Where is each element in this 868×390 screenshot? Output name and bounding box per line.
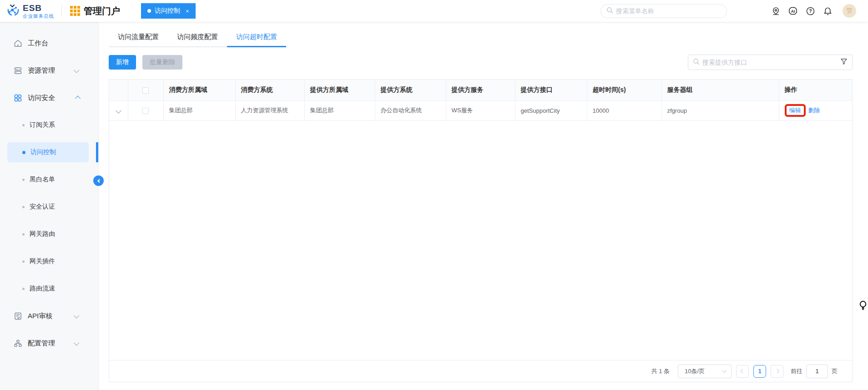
sidebar-subitem-subscription[interactable]: 订阅关系 bbox=[7, 115, 89, 135]
col-provider-interface: 提供方接口 bbox=[515, 80, 587, 100]
tab-label: 访问控制 bbox=[155, 7, 180, 15]
page-size-select[interactable]: 10条/页 bbox=[678, 365, 732, 378]
col-timeout: 超时时间(s) bbox=[587, 80, 661, 100]
sidebar-subitem-security-auth[interactable]: 安全认证 bbox=[7, 197, 89, 217]
bullet-icon bbox=[22, 179, 25, 181]
table-header-row: 消费方所属域 消费方系统 提供方所属域 提供方系统 提供方服务 提供方接口 超时… bbox=[109, 80, 852, 100]
table-empty-area bbox=[109, 121, 852, 360]
sidebar-nav: 工作台 资源管理 bbox=[0, 22, 99, 390]
tab-label: 访问流量配置 bbox=[118, 33, 159, 40]
annotation-highlight-box: 编辑 bbox=[785, 104, 806, 117]
cell-actions: 编辑删除 bbox=[779, 100, 852, 120]
sidebar-item-config-mgmt[interactable]: 配置管理 bbox=[0, 333, 98, 353]
provider-interface-search-box[interactable] bbox=[688, 55, 853, 70]
sidebar-item-label: 访问控制 bbox=[30, 148, 56, 156]
portal-title-block: 管理门户 bbox=[70, 5, 120, 17]
sidebar-subitem-gateway-route[interactable]: 网关路由 bbox=[7, 224, 89, 244]
sidebar-item-label: 工作台 bbox=[28, 39, 48, 48]
col-consumer-domain: 消费方所属域 bbox=[163, 80, 235, 100]
row-checkbox[interactable] bbox=[142, 108, 149, 114]
lightbulb-icon[interactable] bbox=[859, 300, 867, 314]
sidebar-subitem-blackwhite-list[interactable]: 黑白名单 bbox=[7, 170, 89, 190]
sidebar-item-label: 访问安全 bbox=[28, 94, 55, 102]
expand-row-icon[interactable] bbox=[116, 108, 121, 114]
search-icon bbox=[693, 58, 700, 67]
prev-page-button[interactable] bbox=[736, 365, 749, 378]
page-size-value: 10条/页 bbox=[685, 367, 705, 375]
add-button[interactable]: 新增 bbox=[109, 55, 136, 70]
chevron-up-icon bbox=[75, 95, 81, 101]
tab-timeout-config[interactable]: 访问超时配置 bbox=[227, 28, 286, 46]
sidebar-item-access-security[interactable]: 访问安全 bbox=[0, 88, 98, 108]
header-icon-group: AI ? bbox=[771, 6, 833, 16]
bullet-icon bbox=[22, 151, 25, 154]
tab-frequency-config[interactable]: 访问频度配置 bbox=[168, 28, 227, 46]
cell-consumer-system: 人力资源管理系统 bbox=[235, 100, 304, 120]
goto-page-input[interactable] bbox=[806, 365, 828, 378]
sidebar-subitem-route-speed[interactable]: 路由流速 bbox=[7, 279, 89, 299]
chevron-right-icon bbox=[775, 369, 779, 374]
filter-icon[interactable] bbox=[840, 58, 848, 67]
bell-icon[interactable] bbox=[823, 6, 833, 16]
security-grid-icon bbox=[14, 94, 22, 102]
tab-active-dot bbox=[147, 9, 151, 13]
tab-traffic-config[interactable]: 访问流量配置 bbox=[109, 28, 168, 46]
table-panel: 消费方所属域 消费方系统 提供方所属域 提供方系统 提供方服务 提供方接口 超时… bbox=[109, 79, 853, 382]
portal-title: 管理门户 bbox=[84, 5, 120, 17]
bullet-icon bbox=[22, 124, 25, 126]
esb-logo: ESB 企业服务总线 bbox=[0, 3, 54, 19]
col-provider-system: 提供方系统 bbox=[375, 80, 446, 100]
select-all-checkbox[interactable] bbox=[142, 87, 149, 94]
cell-provider-domain: 集团总部 bbox=[304, 100, 375, 120]
svg-text:?: ? bbox=[809, 8, 812, 14]
sidebar-collapse-button[interactable] bbox=[93, 175, 104, 186]
tab-label: 访问超时配置 bbox=[236, 33, 277, 40]
cell-server-group: zfgroup bbox=[661, 100, 779, 120]
cell-provider-system: 办公自动化系统 bbox=[375, 100, 446, 120]
sidebar-item-resources[interactable]: 资源管理 bbox=[0, 60, 98, 80]
location-icon[interactable] bbox=[771, 6, 781, 16]
col-provider-service: 提供方服务 bbox=[446, 80, 515, 100]
goto-label: 前往 bbox=[791, 367, 802, 375]
next-page-button[interactable] bbox=[771, 365, 783, 378]
edit-link[interactable]: 编辑 bbox=[789, 107, 801, 114]
sidebar-item-workbench[interactable]: 工作台 bbox=[0, 33, 98, 53]
main-content: 访问流量配置 访问频度配置 访问超时配置 新增 批量删除 bbox=[99, 22, 868, 390]
menu-search-input[interactable] bbox=[616, 7, 721, 15]
sitemap-icon bbox=[14, 339, 22, 348]
cell-provider-interface: getSupportCity bbox=[515, 100, 587, 120]
col-server-group: 服务器组 bbox=[661, 80, 779, 100]
tab-label: 访问频度配置 bbox=[177, 33, 218, 40]
row-select-cell bbox=[128, 100, 163, 120]
sidebar-subitem-access-control[interactable]: 访问控制 bbox=[7, 142, 89, 162]
col-provider-domain: 提供方所属域 bbox=[304, 80, 375, 100]
resources-icon bbox=[14, 66, 22, 75]
current-page-button[interactable]: 1 bbox=[753, 365, 766, 378]
batch-delete-button[interactable]: 批量删除 bbox=[142, 55, 182, 70]
ai-assistant-icon[interactable]: AI bbox=[788, 6, 798, 16]
help-icon[interactable]: ? bbox=[805, 6, 815, 16]
home-icon bbox=[14, 39, 22, 48]
user-avatar[interactable]: 管 bbox=[843, 4, 856, 18]
open-tab-access-control[interactable]: 访问控制 × bbox=[141, 3, 196, 19]
tab-close-icon[interactable]: × bbox=[186, 8, 189, 15]
pagination-bar: 共 1 条 10条/页 1 前往 页 bbox=[109, 360, 852, 382]
chevron-down-icon bbox=[74, 67, 80, 73]
logo-subtitle: 企业服务总线 bbox=[23, 14, 54, 19]
provider-interface-search-input[interactable] bbox=[702, 59, 840, 66]
chevron-down-icon bbox=[74, 312, 80, 318]
col-consumer-system: 消费方系统 bbox=[235, 80, 304, 100]
bullet-icon bbox=[22, 206, 25, 208]
sidebar-item-label: 订阅关系 bbox=[30, 121, 55, 129]
svg-text:AI: AI bbox=[791, 9, 795, 14]
sidebar-item-label: 网关插件 bbox=[30, 257, 55, 265]
sidebar-item-api-audit[interactable]: API审核 bbox=[0, 306, 98, 326]
chevron-left-icon bbox=[740, 369, 745, 374]
col-actions: 操作 bbox=[779, 80, 852, 100]
app-window: ESB 企业服务总线 管理门户 访问控制 × bbox=[0, 0, 868, 390]
menu-search-box[interactable] bbox=[601, 4, 727, 18]
delete-link[interactable]: 删除 bbox=[808, 107, 820, 114]
goto-page-group: 前往 页 bbox=[791, 365, 838, 378]
sidebar-subitem-gateway-plugin[interactable]: 网关插件 bbox=[7, 251, 89, 271]
sidebar-item-label: 资源管理 bbox=[28, 66, 55, 75]
